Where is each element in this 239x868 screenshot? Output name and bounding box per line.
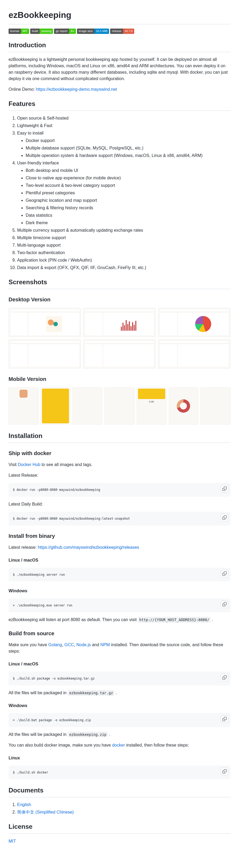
list-item: Multiple currency support & automaticall… (17, 227, 231, 234)
english-doc-link[interactable]: English (17, 802, 31, 807)
list-item: Application lock (PIN code / WebAuthn) (17, 257, 231, 264)
screenshot-thumb (8, 387, 38, 425)
code-block: > .\ezbookkeeping.exe server run (8, 598, 231, 612)
docs-list: English 简体中文 (Simplified Chinese) (8, 802, 231, 815)
installation-heading: Installation (8, 431, 231, 443)
list-item: Two-level account & two-level category s… (26, 182, 231, 189)
license-text: MIT (8, 838, 231, 844)
screenshot-thumb (83, 308, 156, 337)
copy-button[interactable] (221, 514, 228, 521)
mobile-heading: Mobile Version (8, 375, 231, 383)
list-item: Open source & Self-hosted (17, 115, 231, 121)
page-title: ezBookkeeping (8, 8, 231, 24)
linux-macos-heading: Linux / macOS (8, 557, 231, 563)
list-item: Searching & filtering history records (26, 205, 231, 211)
code-block: $ ./build.sh package -o ezbookkeeping.ta… (8, 672, 231, 685)
mobile-screenshots: 0.00 (8, 387, 231, 425)
screenshot-thumb (201, 387, 231, 425)
demo-link[interactable]: https://ezbookkeeping-demo.mayswind.net (36, 87, 117, 92)
binary-heading: Install from binary (8, 532, 231, 540)
list-item: Close to native app experience (for mobi… (26, 175, 231, 181)
license-heading: License (8, 822, 231, 834)
latest-release-label: Latest Release: (8, 472, 231, 478)
docker-build-text: You can also build docker image, make su… (8, 742, 231, 748)
intro-text: ezBookkeeping is a lightweight personal … (8, 56, 231, 82)
copy-button[interactable] (221, 570, 228, 577)
list-item: Plentiful preset categories (26, 190, 231, 196)
intro-heading: Introduction (8, 40, 231, 52)
chinese-doc-link[interactable]: 简体中文 (Simplified Chinese) (17, 810, 74, 814)
badge[interactable]: buildpassing (30, 29, 53, 34)
windows-heading: Windows (8, 703, 231, 709)
features-heading: Features (8, 99, 231, 111)
docker-link[interactable]: docker (112, 743, 125, 747)
golang-link[interactable]: Golang (48, 643, 62, 647)
pkg-win-text: All the files will be packaged in ezbook… (8, 731, 231, 738)
screenshot-thumb (73, 387, 102, 425)
features-list: Open source & Self-hosted Lightweight & … (8, 115, 231, 271)
list-item: Lightweight & Fast (17, 123, 231, 129)
screenshot-thumb (169, 387, 198, 425)
npm-link[interactable]: NPM (100, 643, 110, 647)
source-prereq: Make sure you have Golang, GCC, Node.js … (8, 642, 231, 654)
screenshot-thumb (105, 387, 134, 425)
badge[interactable]: go reportA+ (54, 29, 76, 34)
nodejs-link[interactable]: Node.js (76, 643, 90, 647)
badge[interactable]: releasev0.7.0 (110, 29, 134, 34)
code-block: $ ./build.sh docker (8, 766, 231, 779)
screenshot-thumb (158, 308, 231, 337)
copy-button[interactable] (221, 674, 228, 681)
pkg-linux-text: All the files will be packaged in ezbook… (8, 690, 231, 696)
screenshots-heading: Screenshots (8, 277, 231, 289)
badge[interactable]: licenseMIT (8, 29, 29, 34)
list-item: Dark theme (26, 220, 231, 226)
binary-latest: Latest release: https://github.com/maysw… (8, 544, 231, 551)
source-heading: Build from source (8, 629, 231, 638)
docker-visit: Visit Docker Hub to see all images and t… (8, 462, 231, 468)
list-item: Geographic location and map support (26, 197, 231, 204)
code-block: $ ./ezbookkeeping server run (8, 568, 231, 582)
list-item: Both desktop and mobile UI (26, 167, 231, 174)
badge-row: licenseMITbuildpassinggo reportA+image s… (8, 29, 231, 34)
copy-button[interactable] (221, 768, 228, 775)
screenshot-thumb (8, 339, 81, 369)
screenshot-thumb (41, 387, 71, 425)
docker-hub-link[interactable]: Docker Hub (18, 462, 40, 467)
linux-macos-heading: Linux / macOS (8, 661, 231, 667)
list-item: Multiple timezone support (17, 235, 231, 241)
list-item: English (17, 802, 231, 808)
screenshot-thumb (158, 339, 231, 369)
list-item: Two-factor authentication (17, 250, 231, 256)
mit-link[interactable]: MIT (8, 839, 16, 843)
latest-daily-label: Latest Daily Build: (8, 501, 231, 507)
linux-heading: Linux (8, 755, 231, 761)
desktop-screenshots (8, 308, 231, 369)
demo-line: Online Demo: https://ezbookkeeping-demo.… (8, 86, 231, 93)
screenshot-thumb (83, 339, 156, 369)
list-item: Multiple database support (SQLite, MySQL… (26, 145, 231, 151)
screenshot-thumb (8, 308, 81, 337)
list-item: Multiple operation system & hardware sup… (26, 152, 231, 159)
windows-heading: Windows (8, 588, 231, 594)
list-item: User-friendly interface Both desktop and… (17, 160, 231, 226)
listen-text: ezBookkeeping will listen at port 8080 a… (8, 617, 231, 623)
list-item: Data statistics (26, 212, 231, 219)
documents-heading: Documents (8, 785, 231, 797)
list-item: 简体中文 (Simplified Chinese) (17, 809, 231, 815)
code-block: $ docker run -p8080:8080 mayswind/ezbook… (8, 512, 231, 526)
releases-link[interactable]: https://github.com/mayswind/ezbookkeepin… (38, 545, 139, 550)
copy-button[interactable] (221, 485, 228, 492)
copy-button[interactable] (221, 715, 228, 723)
screenshot-thumb: 0.00 (137, 387, 166, 425)
list-item: Docker support (26, 137, 231, 144)
list-item: Easy to install Docker support Multiple … (17, 130, 231, 159)
gcc-link[interactable]: GCC (64, 643, 74, 647)
code-block: > .\build.bat package -o ezbookkeeping.z… (8, 713, 231, 727)
badge[interactable]: image size16.5 MiB (77, 29, 109, 34)
list-item: Data import & export (OFX, QFX, QIF, IIF… (17, 265, 231, 271)
docker-heading: Ship with docker (8, 449, 231, 457)
code-block: $ docker run -p8080:8080 mayswind/ezbook… (8, 483, 231, 497)
copy-button[interactable] (221, 600, 228, 608)
desktop-heading: Desktop Version (8, 296, 231, 304)
list-item: Multi-language support (17, 242, 231, 248)
